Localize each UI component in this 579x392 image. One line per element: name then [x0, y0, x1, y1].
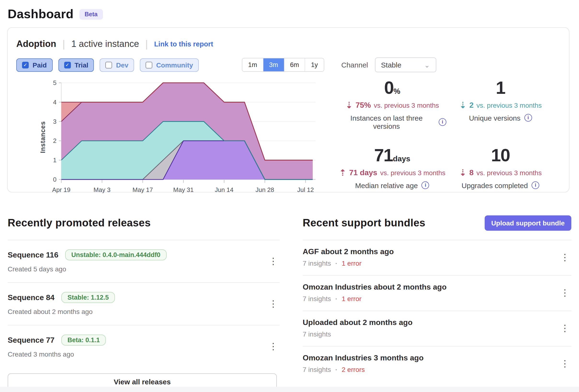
release-channel-badge: Stable: 1.12.5 — [61, 292, 115, 303]
bundle-title: AGF about 2 months ago — [303, 248, 558, 256]
page-title: Dashboard — [8, 7, 73, 21]
time-range-control: 1m 3m 6m 1y — [242, 58, 324, 72]
channel-select[interactable]: Stable ⌄ — [375, 58, 436, 72]
stat-upgrades-completed: 10 ⇣ 8 vs. previous 3 months Upgrades co… — [446, 146, 555, 190]
release-created: Created 5 days ago — [8, 265, 267, 273]
filter-label: Dev — [116, 61, 128, 69]
checkbox-checked-icon: ✓ — [64, 62, 71, 68]
checkbox-checked-icon: ✓ — [22, 62, 29, 68]
delta-value: 8 — [469, 168, 474, 177]
kebab-menu-icon[interactable]: ⋮ — [267, 257, 280, 266]
stat-label: Median relative age — [355, 181, 418, 189]
releases-section: Recently promoted releases Sequence 116 … — [8, 216, 280, 390]
svg-text:Jul 12: Jul 12 — [297, 186, 314, 193]
delta-value: 71 days — [349, 168, 377, 177]
bundle-title: Omozan Industries about 2 months ago — [303, 283, 558, 291]
stat-label: Instances on last three versions — [338, 114, 435, 130]
release-created: Created about 2 months ago — [8, 308, 267, 316]
info-icon[interactable]: i — [524, 114, 532, 122]
kebab-menu-icon[interactable]: ⋮ — [558, 253, 571, 262]
svg-text:Jun 14: Jun 14 — [215, 186, 233, 193]
adoption-area-chart: 012345Apr 19May 3May 17May 31Jun 14Jun 2… — [51, 78, 328, 195]
delta-suffix: vs. previous 3 months — [477, 169, 542, 176]
link-to-report[interactable]: Link to this report — [154, 40, 213, 48]
stat-label: Upgrades completed — [462, 181, 528, 189]
checkbox-unchecked-icon — [145, 62, 152, 68]
stat-value: 71 — [374, 145, 393, 165]
channel-selected-value: Stable — [381, 61, 401, 69]
dot-separator: · — [335, 260, 337, 267]
time-range-3m[interactable]: 3m — [263, 58, 284, 71]
bundle-title: Omozan Industries 3 months ago — [303, 354, 558, 362]
support-bundles-section: Recent support bundles Upload support bu… — [303, 216, 571, 390]
filter-label: Paid — [33, 61, 47, 69]
bundle-item: Omozan Industries 3 months ago 7 insight… — [303, 346, 571, 382]
dot-separator: · — [335, 295, 337, 302]
bundle-errors: 2 errors — [342, 366, 365, 373]
time-range-6m[interactable]: 6m — [284, 58, 305, 71]
bundle-insights: 7 insights — [303, 260, 331, 267]
release-item: Sequence 116 Unstable: 0.4.0-main.444ddf… — [8, 240, 280, 282]
release-title: Sequence 77 — [8, 336, 55, 344]
kebab-menu-icon[interactable]: ⋮ — [267, 342, 280, 351]
release-item: Sequence 84 Stable: 1.12.5 Created about… — [8, 282, 280, 325]
filter-trial-checkbox[interactable]: ✓ Trial — [58, 58, 94, 71]
svg-text:Jun 28: Jun 28 — [256, 186, 274, 193]
stat-label: Unique versions — [469, 114, 520, 122]
info-icon[interactable]: i — [422, 181, 429, 189]
stat-value: 0 — [384, 78, 393, 98]
bundle-errors: 1 error — [342, 295, 361, 303]
time-range-1m[interactable]: 1m — [242, 58, 263, 71]
arrow-down-icon: ⇣ — [346, 101, 353, 110]
svg-text:3: 3 — [53, 118, 57, 125]
bundle-item: Uploaded about 2 months ago 7 insights ⋮ — [303, 311, 571, 346]
filter-dev-checkbox[interactable]: Dev — [100, 58, 134, 71]
upload-support-bundle-button[interactable]: Upload support bundle — [485, 215, 571, 230]
time-range-1y[interactable]: 1y — [305, 58, 324, 71]
kebab-menu-icon[interactable]: ⋮ — [267, 299, 280, 308]
stat-unit: % — [393, 87, 400, 95]
stat-unit: days — [393, 155, 410, 163]
bundle-errors: 1 error — [342, 260, 361, 267]
filter-label: Trial — [74, 61, 88, 69]
svg-text:May 3: May 3 — [94, 186, 111, 193]
release-item: Sequence 77 Beta: 0.1.1 Created 3 months… — [8, 325, 280, 368]
info-icon[interactable]: i — [532, 181, 539, 189]
delta-value: 75% — [356, 101, 371, 110]
svg-text:1: 1 — [53, 156, 57, 164]
kebab-menu-icon[interactable]: ⋮ — [558, 359, 571, 368]
filter-label: Community — [156, 61, 193, 69]
svg-text:4: 4 — [53, 99, 57, 106]
dot-separator: · — [335, 366, 337, 373]
bundle-item: AGF about 2 months ago 7 insights · 1 er… — [303, 240, 571, 275]
adoption-card-header: Adoption | 1 active instance | Link to t… — [16, 38, 569, 50]
channel-group: Channel Stable ⌄ — [341, 58, 436, 72]
chart-stats-row: Instances 012345Apr 19May 3May 17May 31J… — [16, 77, 569, 196]
arrow-down-icon: ⇣ — [459, 168, 466, 177]
checkbox-unchecked-icon — [106, 62, 112, 68]
adoption-card: Adoption | 1 active instance | Link to t… — [7, 27, 570, 193]
kebab-menu-icon[interactable]: ⋮ — [558, 288, 571, 297]
active-instances-count: 1 active instance — [71, 39, 139, 49]
adoption-filters-row: ✓ Paid ✓ Trial Dev Community 1m 3m 6m 1y — [16, 58, 569, 72]
bundle-insights: 7 insights — [303, 330, 331, 338]
stat-value: 1 — [496, 78, 505, 98]
arrow-up-icon: ⇡ — [339, 168, 346, 177]
dashboard-page: Dashboard Beta Adoption | 1 active insta… — [0, 0, 579, 392]
channel-label: Channel — [341, 61, 368, 69]
kebab-menu-icon[interactable]: ⋮ — [558, 324, 571, 333]
bundle-insights: 7 insights — [303, 366, 331, 373]
filter-paid-checkbox[interactable]: ✓ Paid — [16, 58, 52, 71]
svg-text:0: 0 — [53, 176, 57, 183]
bundles-heading: Recent support bundles — [303, 217, 425, 229]
stat-instances-last-versions: 0% ⇣ 75% vs. previous 3 months Instances… — [338, 79, 446, 130]
release-channel-badge: Beta: 0.1.1 — [61, 334, 106, 346]
page-bottom-strip — [0, 387, 579, 392]
info-icon[interactable]: i — [439, 118, 446, 126]
svg-text:May 17: May 17 — [133, 186, 153, 193]
bundle-title: Uploaded about 2 months ago — [303, 318, 558, 327]
y-axis-title: Instances — [39, 121, 46, 153]
stat-value: 10 — [491, 145, 510, 165]
filter-community-checkbox[interactable]: Community — [140, 58, 199, 71]
delta-suffix: vs. previous 3 months — [477, 101, 542, 109]
